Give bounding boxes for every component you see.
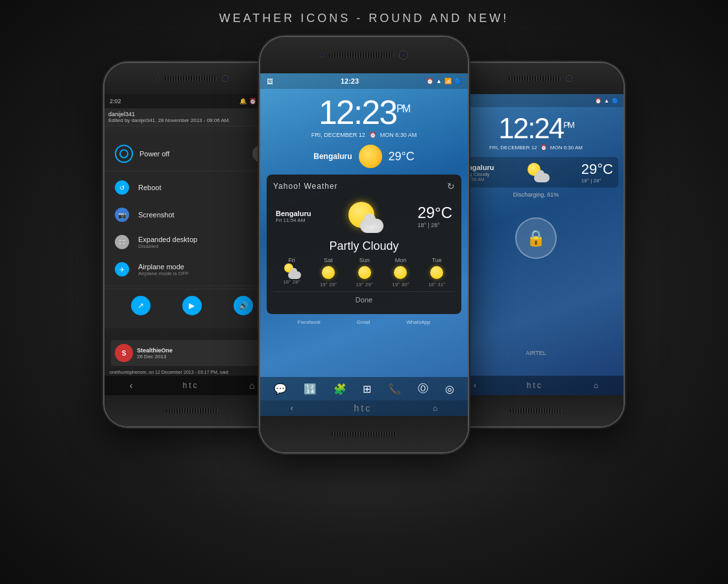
yahoo-done-btn[interactable]: Done [273,291,455,308]
expanded-sub: Disabled [138,243,197,249]
right-htc-logo: htc [527,381,543,390]
center-home-btn[interactable]: ⌂ [433,404,437,413]
center-phone: 🖼 12:23 ⏰ ▲ 📶 🔵 12:23PM FRI, DEC [260,37,468,452]
left-sensor-dot [156,77,160,80]
center-wifi-icon: 📶 [444,78,452,84]
center-screen: 🖼 12:23 ⏰ ▲ 📶 🔵 12:23PM FRI, DEC [260,73,468,416]
yahoo-city: Bengaluru [276,210,311,217]
forecast-fri: Fri 18° 28° [283,257,301,287]
airplane-icon: ✈ [115,262,129,276]
yahoo-header: Yahoo! Weather ↻ [273,181,455,191]
power-label: Power off [140,150,169,158]
action-volume-btn[interactable]: 🔊 [234,296,253,315]
center-app-labels: Facebook Gmail WhatsApp [260,318,468,326]
left-phone-bottom [104,395,280,426]
icon-phone[interactable]: 📞 [388,383,401,395]
yahoo-weather-icon [345,197,383,236]
right-bottom-nav: ‹ htc ⌂ [448,376,624,395]
yahoo-refresh-icon[interactable]: ↻ [447,181,455,191]
center-signal-icon: ▲ [436,78,442,84]
icon-grid[interactable]: ⊞ [363,383,371,395]
right-weather-icon [526,163,550,182]
center-back-btn[interactable]: ‹ [291,404,293,413]
left-alarm-icon: ⏰ [249,98,256,104]
yahoo-date: Fri 11:54 AM [276,217,311,223]
right-weather-card: Bengaluru Partly Cloudy Fri 11:58 AM 29°… [454,157,618,188]
center-city-label: Bengaluru [313,152,352,161]
airplane-mode-item[interactable]: ✈ Airplane mode Airplane mode is OFF [104,256,280,283]
screenshot-icon: 📷 [115,208,129,222]
power-off-row[interactable]: Power off ⚙ [104,140,280,168]
left-camera [222,75,228,82]
forecast-sat: Sat 19° 29° [320,257,337,287]
phones-container: 2:02 🔔 ⏰ ▲ 🔋 danijel341 Edited by danije… [0,37,728,452]
center-battery-icon: 🔵 [454,78,461,84]
lock-circle[interactable]: 🔒 [515,217,557,259]
icon-chrome[interactable]: ◎ [445,383,454,395]
yahoo-range: 18° | 28° [417,222,452,228]
icon-puzzle[interactable]: 🧩 [334,383,346,395]
power-btn[interactable] [115,145,133,163]
forecast-row: Fri 18° 28° Sat 19° 29° [273,257,455,287]
left-notification-bar: danijel341 Edited by danijel341, 28 Nove… [104,108,280,127]
notification-card-2: S StealthieOne 26 Dec 2013 ✓ [111,340,273,366]
right-carrier: AIRTEL [448,350,624,356]
bottom-action-row: ↗ ▶ 🔊 [104,289,280,322]
center-bottom-speaker [332,432,396,437]
right-big-time: 12:24PM [448,112,624,145]
notif2-text: onethumbphenom, on 12 December 2013 - 03… [107,369,277,376]
yahoo-temp: 29°C [417,204,452,222]
airplane-sub: Airplane mode is OFF [138,271,189,276]
right-range: 18° | 28° [581,178,613,184]
screenshot-item[interactable]: 📷 Screenshot [104,201,280,228]
left-mute-icon: 🔔 [239,98,247,104]
gmail-label: Gmail [357,319,370,325]
forecast-tue: Tue 18° 31° [428,257,445,287]
expanded-desktop-item[interactable]: ⛶ Expanded desktop Disabled [104,228,280,256]
left-bottom-speaker [166,408,218,413]
action-share-btn[interactable]: ↗ [131,296,151,315]
left-screen: 2:02 🔔 ⏰ ▲ 🔋 danijel341 Edited by danije… [104,94,280,395]
whatsapp-label: WhatsApp [406,319,430,325]
reboot-label: Reboot [138,184,161,191]
center-phone-top [260,37,468,73]
center-gallery-icon: 🖼 [267,78,273,85]
center-big-time: 12:23PM [260,95,468,129]
center-sensor-dot [320,53,324,57]
reboot-item[interactable]: ↺ Reboot [104,174,280,201]
right-status-bar: 🖼 ⏰ ▲ 🔵 [448,94,624,107]
left-home-btn[interactable]: ⌂ [249,380,254,391]
overlay-menu: Power off ⚙ ↺ Reboot 📷 Screenshot [104,133,280,328]
right-battery-icon: 🔵 [612,98,618,104]
center-date-row: FRI, DECEMBER 12 ⏰ MON 6:30 AM [260,132,468,138]
center-speaker [329,53,394,58]
right-phone: 🖼 ⏰ ▲ 🔵 12:24PM FRI, DECEMBER 12 ⏰ [448,63,624,426]
right-time-display: 12:24PM FRI, DECEMBER 12 ⏰ MON 6:30 AM [448,107,624,153]
right-back-btn[interactable]: ‹ [474,381,476,390]
icon-opera[interactable]: Ⓞ [418,382,428,396]
right-temp: 29°C [581,161,613,178]
action-video-btn[interactable]: ▶ [182,296,202,315]
notif2-date: 26 Dec 2013 [137,354,166,359]
left-back-btn[interactable]: ‹ [130,380,133,391]
center-camera [399,51,408,60]
forecast-sun: Sun 19° 29° [356,257,373,287]
facebook-label: Facebook [298,319,321,325]
center-time-display: 12:23PM FRI, DECEMBER 12 ⏰ MON 6:30 AM [260,89,468,142]
right-home-btn[interactable]: ⌂ [594,381,598,390]
icon-chat[interactable]: 💬 [274,383,287,395]
left-status-bar: 2:02 🔔 ⏰ ▲ 🔋 [104,94,280,108]
yahoo-main: Bengaluru Fri 11:54 AM 29°C 18° | 28° [273,197,455,236]
right-sensor-dot [500,77,504,80]
icon-calc[interactable]: 🔢 [304,383,317,395]
right-date-row: FRI, DECEMBER 12 ⏰ MON 6:30 AM [448,145,624,151]
left-speaker [165,76,217,81]
notif2-user: StealthieOne [137,347,173,354]
center-htc-logo: htc [354,403,372,413]
center-status-time: 12:23 [341,77,359,85]
center-app-icons: 💬 🔢 🧩 ⊞ 📞 Ⓞ ◎ [260,377,468,400]
yahoo-title: Yahoo! Weather [273,182,338,191]
right-phone-top [448,63,624,94]
right-speaker [509,76,561,81]
right-signal-icon: ▲ [604,98,609,104]
